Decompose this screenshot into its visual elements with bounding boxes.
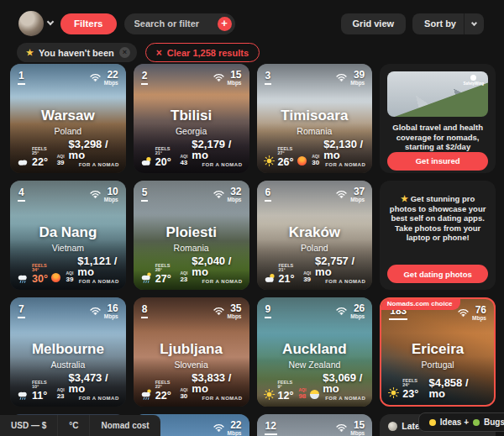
city-card[interactable]: 637MbpsKrakówPolandFEELS 21°21°AQI39$2,7… [257,181,373,290]
city-card[interactable]: 716MbpsMelbourneAustraliaFEELS 10°11°AQI… [10,297,126,407]
cost-mode-toggle[interactable]: Nomad cost [89,415,160,436]
country-name: Romania [257,126,373,136]
card-top-row: 926Mbps [265,303,365,320]
card-top-row: 215Mbps [141,70,242,87]
feels-like-label: FEELS 21° [279,264,299,273]
city-card[interactable]: 410MbpsDa NangVietnamFEELS 34°30°AQI39$1… [10,181,126,290]
filter-chip-havent-been[interactable]: ★ You haven't been × [17,43,137,62]
internet-speed: 37Mbps [336,186,365,203]
mbps-unit: Mbps [472,316,486,322]
close-icon: × [156,47,162,59]
ad-text: ★ Get stunning pro photos to showcase yo… [387,194,488,243]
city-card[interactable]: 122MbpsWarsawPolandFEELS 25°22°AQI39$3,2… [10,64,126,173]
internet-speed: 26Mbps [336,303,365,320]
grid-view-button[interactable]: Grid view [341,13,407,34]
city-card[interactable]: 339MbpsTimisoaraRomaniaFEELS 27°26°AQI30… [257,64,373,173]
card-top-row: 122Mbps [18,70,118,87]
aqi-block: AQI30 [180,388,187,400]
aqi-value: 43 [180,160,187,166]
city-card[interactable]: 926MbpsAucklandNew ZealandFEELS 9°12°AQI… [257,297,373,407]
city-card[interactable]: 1215Mbps [257,414,373,436]
ad-card-insurance[interactable]: SafetyWingGlobal travel and health cover… [380,64,496,173]
city-rank: 8 [141,303,149,318]
card-top-row: 835Mbps [141,303,242,320]
mbps-block: 76Mbps [472,305,486,322]
search-bar[interactable]: + [124,13,235,34]
aqi-value: 39 [57,160,65,166]
weather-rain-icon [17,272,29,283]
wifi-icon [90,303,101,318]
chevron-down-icon [47,18,54,25]
city-card[interactable]: 532MbpsPloiestiRomaniaFEELS 28°27°AQI23$… [134,181,249,290]
mbps-value: 32 [230,186,241,197]
ad-card-dating-photos[interactable]: ★ Get stunning pro photos to showcase yo… [380,181,496,290]
city-title-block: MelbourneAustralia [10,341,126,370]
filters-button[interactable]: Filters [60,13,117,34]
city-title-block: KrakówPoland [257,224,373,253]
city-title-block: TimisoaraRomania [257,108,373,136]
cost-note: FOR A NOMAD [325,396,365,401]
weather-partly-sunny-icon [140,156,152,166]
mbps-unit: Mbps [228,197,242,203]
wifi-icon [213,420,224,435]
feels-like-label: FEELS 9° [278,381,294,390]
country-name: Vietnam [10,243,126,253]
city-title-block: LjubljanaSlovenia [134,341,249,370]
city-card[interactable]: Nomads.com choice18376MbpsEriceiraPortug… [380,297,496,407]
mbps-value: 10 [107,186,118,197]
card-top-row: 339Mbps [265,70,365,87]
weather-sun-rain-icon [140,272,152,283]
aqi-label: AQI [57,388,65,392]
meetups-icon [388,422,397,431]
top-bar: Filters + Grid view Sort by [0,0,504,36]
add-filter-icon[interactable]: + [218,17,232,31]
currency-toggle[interactable]: USD — $ [0,415,57,436]
temperature-value: 27° [155,274,171,285]
temperature-block: FEELS 10°11° [32,381,52,402]
mbps-value: 37 [354,186,365,197]
mbps-value: 22 [107,70,118,80]
aqi-value: 39 [303,276,311,283]
card-bottom-row: FEELS 9°12°AQI98$3,069 / moFOR A NOMAD [264,372,366,401]
price-block: $3,069 / moFOR A NOMAD [323,372,365,401]
mbps-unit: Mbps [350,314,365,320]
sort-by-button[interactable]: Sort by [412,13,484,34]
temperature-unit-toggle[interactable]: °C [57,415,89,436]
user-menu[interactable] [18,11,53,36]
aqi-label: AQI [180,271,187,276]
monthly-cost: $3,833 / mo [192,372,242,394]
card-top-row: 637Mbps [265,186,365,203]
avatar[interactable] [18,11,44,36]
city-name: Ljubljana [134,341,249,358]
city-title-block: WarsawPoland [10,108,126,136]
city-card[interactable]: 835MbpsLjubljanaSloveniaFEELS 22°22°AQI3… [134,297,249,407]
filter-chip-label: You haven't been [39,48,114,58]
aqi-block: AQI23 [180,271,187,283]
city-rank: 6 [265,186,272,202]
price-block: $2,040 / moFOR A NOMAD [192,255,242,284]
remove-filter-icon[interactable]: × [119,47,130,58]
ad-cta-button[interactable]: Get insured [387,152,488,171]
mbps-block: 15Mbps [228,70,242,87]
aqi-value: 30 [180,393,187,400]
feedback-widget[interactable]: Ideas + Bugs [418,412,504,432]
monthly-cost: $3,069 / mo [323,372,365,394]
city-rank: 9 [265,303,272,318]
aqi-label: AQI [180,388,187,392]
weather-rain-icon [17,389,29,400]
aqi-label: AQI [312,155,319,159]
monthly-cost: $2,179 / mo [192,139,242,160]
internet-speed: 16Mbps [90,303,118,320]
mbps-block: 22Mbps [228,420,242,436]
aqi-block: AQI98 [298,388,306,400]
clear-results-button[interactable]: × Clear 1,258 results [145,43,260,62]
card-bottom-row: FEELS 10°11°AQI23$3,473 / moFOR A NOMAD [17,372,119,401]
card-top-row: 1215Mbps [265,420,365,436]
temperature-value: 22° [32,157,48,168]
mbps-unit: Mbps [228,314,242,320]
mbps-value: 39 [354,70,365,80]
weather-cloud-icon [17,157,29,166]
ad-cta-button[interactable]: Get dating photos [387,265,488,283]
search-input[interactable] [134,18,218,29]
city-card[interactable]: 215MbpsTbilisiGeorgiaFEELS 21°20°AQI43$2… [134,64,249,173]
